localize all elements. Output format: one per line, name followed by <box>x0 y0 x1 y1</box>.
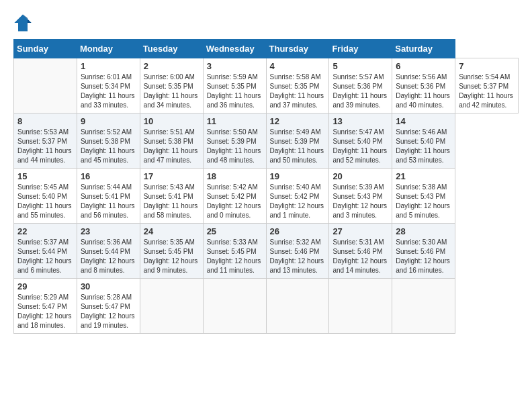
day-cell <box>329 279 392 334</box>
day-cell: 1 Sunrise: 6:01 AMSunset: 5:34 PMDayligh… <box>77 58 140 113</box>
day-info: Sunrise: 5:30 AMSunset: 5:46 PMDaylight:… <box>396 238 450 274</box>
header-day-wednesday: Wednesday <box>203 40 266 58</box>
day-info: Sunrise: 5:42 AMSunset: 5:42 PMDaylight:… <box>207 183 261 219</box>
day-info: Sunrise: 5:29 AMSunset: 5:47 PMDaylight:… <box>17 293 72 329</box>
day-info: Sunrise: 5:32 AMSunset: 5:46 PMDaylight:… <box>270 238 324 274</box>
day-number: 18 <box>207 171 263 181</box>
day-cell: 30 Sunrise: 5:28 AMSunset: 5:47 PMDaylig… <box>77 279 140 334</box>
day-cell <box>203 279 266 334</box>
day-info: Sunrise: 5:50 AMSunset: 5:39 PMDaylight:… <box>207 128 261 164</box>
header-row: SundayMondayTuesdayWednesdayThursdayFrid… <box>14 40 519 58</box>
day-cell: 21 Sunrise: 5:38 AMSunset: 5:43 PMDaylig… <box>392 169 455 224</box>
day-cell: 7 Sunrise: 5:54 AMSunset: 5:37 PMDayligh… <box>455 58 519 113</box>
day-info: Sunrise: 5:46 AMSunset: 5:40 PMDaylight:… <box>396 128 450 164</box>
day-cell <box>140 279 203 334</box>
week-row-3: 15 Sunrise: 5:45 AMSunset: 5:40 PMDaylig… <box>14 169 519 224</box>
day-info: Sunrise: 6:01 AMSunset: 5:34 PMDaylight:… <box>81 73 135 109</box>
day-info: Sunrise: 5:37 AMSunset: 5:44 PMDaylight:… <box>17 238 72 274</box>
day-number: 10 <box>144 116 200 126</box>
calendar-body: 1 Sunrise: 6:01 AMSunset: 5:34 PMDayligh… <box>14 58 519 334</box>
day-number: 6 <box>396 61 451 71</box>
day-info: Sunrise: 5:36 AMSunset: 5:44 PMDaylight:… <box>81 238 135 274</box>
day-number: 25 <box>207 226 263 236</box>
day-number: 8 <box>17 116 73 126</box>
day-info: Sunrise: 5:53 AMSunset: 5:37 PMDaylight:… <box>17 128 72 164</box>
day-cell: 9 Sunrise: 5:52 AMSunset: 5:38 PMDayligh… <box>77 113 140 169</box>
day-cell: 26 Sunrise: 5:32 AMSunset: 5:46 PMDaylig… <box>266 224 329 279</box>
day-cell: 3 Sunrise: 5:59 AMSunset: 5:35 PMDayligh… <box>203 58 266 113</box>
day-info: Sunrise: 5:52 AMSunset: 5:38 PMDaylight:… <box>81 128 135 164</box>
day-number: 14 <box>396 116 451 126</box>
day-number: 27 <box>332 226 388 236</box>
day-cell: 22 Sunrise: 5:37 AMSunset: 5:44 PMDaylig… <box>14 224 77 279</box>
day-cell <box>392 279 455 334</box>
day-number: 7 <box>459 61 515 71</box>
day-number: 5 <box>332 61 388 71</box>
day-info: Sunrise: 5:44 AMSunset: 5:41 PMDaylight:… <box>81 183 135 219</box>
day-number: 24 <box>144 226 200 236</box>
day-info: Sunrise: 5:58 AMSunset: 5:35 PMDaylight:… <box>270 73 324 109</box>
day-number: 28 <box>396 226 451 236</box>
day-cell <box>14 58 77 113</box>
header-day-sunday: Sunday <box>14 40 77 58</box>
week-row-5: 29 Sunrise: 5:29 AMSunset: 5:47 PMDaylig… <box>14 279 519 334</box>
day-cell: 19 Sunrise: 5:40 AMSunset: 5:42 PMDaylig… <box>266 169 329 224</box>
day-info: Sunrise: 5:57 AMSunset: 5:36 PMDaylight:… <box>332 73 387 109</box>
day-info: Sunrise: 5:51 AMSunset: 5:38 PMDaylight:… <box>144 128 198 164</box>
day-cell: 15 Sunrise: 5:45 AMSunset: 5:40 PMDaylig… <box>14 169 77 224</box>
day-cell: 16 Sunrise: 5:44 AMSunset: 5:41 PMDaylig… <box>77 169 140 224</box>
header-day-tuesday: Tuesday <box>140 40 203 58</box>
day-number: 26 <box>270 226 326 236</box>
day-number: 17 <box>144 171 200 181</box>
day-info: Sunrise: 5:45 AMSunset: 5:40 PMDaylight:… <box>17 183 72 219</box>
week-row-4: 22 Sunrise: 5:37 AMSunset: 5:44 PMDaylig… <box>14 224 519 279</box>
day-cell: 14 Sunrise: 5:46 AMSunset: 5:40 PMDaylig… <box>392 113 455 169</box>
week-row-2: 8 Sunrise: 5:53 AMSunset: 5:37 PMDayligh… <box>14 113 519 169</box>
day-info: Sunrise: 5:38 AMSunset: 5:43 PMDaylight:… <box>396 183 450 219</box>
day-number: 19 <box>270 171 326 181</box>
day-number: 3 <box>207 61 263 71</box>
day-info: Sunrise: 5:54 AMSunset: 5:37 PMDaylight:… <box>459 73 513 109</box>
day-number: 11 <box>207 116 263 126</box>
day-cell: 5 Sunrise: 5:57 AMSunset: 5:36 PMDayligh… <box>329 58 392 113</box>
day-cell: 23 Sunrise: 5:36 AMSunset: 5:44 PMDaylig… <box>77 224 140 279</box>
day-cell: 6 Sunrise: 5:56 AMSunset: 5:36 PMDayligh… <box>392 58 455 113</box>
day-number: 2 <box>144 61 200 71</box>
day-cell: 2 Sunrise: 6:00 AMSunset: 5:35 PMDayligh… <box>140 58 203 113</box>
day-number: 23 <box>81 226 136 236</box>
day-info: Sunrise: 5:39 AMSunset: 5:43 PMDaylight:… <box>332 183 387 219</box>
day-cell: 8 Sunrise: 5:53 AMSunset: 5:37 PMDayligh… <box>14 113 77 169</box>
day-cell: 29 Sunrise: 5:29 AMSunset: 5:47 PMDaylig… <box>14 279 77 334</box>
day-info: Sunrise: 5:47 AMSunset: 5:40 PMDaylight:… <box>332 128 387 164</box>
day-number: 20 <box>332 171 388 181</box>
logo <box>13 13 35 32</box>
header-day-thursday: Thursday <box>266 40 329 58</box>
day-number: 4 <box>270 61 326 71</box>
day-info: Sunrise: 6:00 AMSunset: 5:35 PMDaylight:… <box>144 73 198 109</box>
day-info: Sunrise: 5:28 AMSunset: 5:47 PMDaylight:… <box>81 293 135 329</box>
day-info: Sunrise: 5:49 AMSunset: 5:39 PMDaylight:… <box>270 128 324 164</box>
day-cell <box>266 279 329 334</box>
calendar-header: SundayMondayTuesdayWednesdayThursdayFrid… <box>14 40 519 58</box>
day-number: 16 <box>81 171 136 181</box>
day-number: 21 <box>396 171 451 181</box>
day-cell: 13 Sunrise: 5:47 AMSunset: 5:40 PMDaylig… <box>329 113 392 169</box>
page-header <box>13 13 519 32</box>
day-info: Sunrise: 5:33 AMSunset: 5:45 PMDaylight:… <box>207 238 261 274</box>
day-cell: 17 Sunrise: 5:43 AMSunset: 5:41 PMDaylig… <box>140 169 203 224</box>
day-cell: 18 Sunrise: 5:42 AMSunset: 5:42 PMDaylig… <box>203 169 266 224</box>
day-number: 9 <box>81 116 136 126</box>
logo-icon <box>13 13 32 32</box>
day-info: Sunrise: 5:31 AMSunset: 5:46 PMDaylight:… <box>332 238 387 274</box>
day-number: 15 <box>17 171 73 181</box>
day-cell: 27 Sunrise: 5:31 AMSunset: 5:46 PMDaylig… <box>329 224 392 279</box>
day-cell: 11 Sunrise: 5:50 AMSunset: 5:39 PMDaylig… <box>203 113 266 169</box>
day-number: 13 <box>332 116 388 126</box>
day-cell: 10 Sunrise: 5:51 AMSunset: 5:38 PMDaylig… <box>140 113 203 169</box>
day-info: Sunrise: 5:43 AMSunset: 5:41 PMDaylight:… <box>144 183 198 219</box>
header-day-saturday: Saturday <box>392 40 455 58</box>
day-cell: 4 Sunrise: 5:58 AMSunset: 5:35 PMDayligh… <box>266 58 329 113</box>
day-number: 12 <box>270 116 326 126</box>
day-cell: 25 Sunrise: 5:33 AMSunset: 5:45 PMDaylig… <box>203 224 266 279</box>
day-number: 22 <box>17 226 73 236</box>
